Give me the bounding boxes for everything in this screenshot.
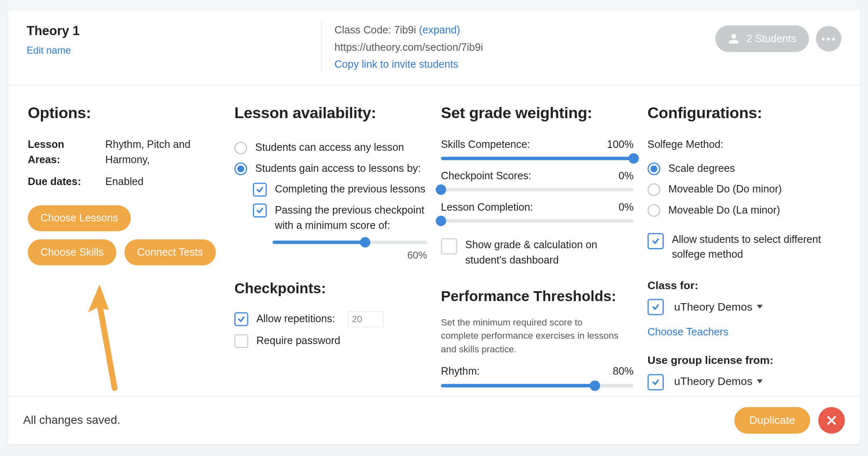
license-row: uTheory Demos — [648, 373, 840, 390]
condition-previous-checkpoint[interactable]: Passing the previous checkpoint with a m… — [253, 200, 427, 236]
option-buttons: Choose Lessons Choose Skills Connect Tes… — [28, 206, 220, 266]
availability-column: Lesson availability: Students can access… — [234, 102, 427, 390]
option-label: Due dates: — [28, 174, 97, 190]
annotation-arrow — [74, 281, 126, 391]
availability-gain-access-label: Students gain access to lessons by: — [255, 161, 421, 176]
checkbox-icon — [253, 204, 267, 218]
close-icon — [826, 415, 837, 426]
min-score-slider[interactable] — [272, 240, 427, 244]
allow-student-select[interactable]: Allow students to select different solfe… — [648, 229, 840, 265]
radio-icon — [648, 183, 661, 196]
expand-link[interactable]: (expand) — [419, 24, 460, 36]
weight-completion-slider[interactable] — [441, 219, 634, 223]
threshold-rhythm-slider[interactable] — [441, 384, 634, 387]
weight-value: 0% — [619, 200, 634, 215]
checkbox-icon[interactable] — [648, 299, 664, 315]
class-for-dropdown[interactable]: uTheory Demos — [674, 299, 763, 315]
class-for-value: uTheory Demos — [674, 299, 752, 315]
license-dropdown[interactable]: uTheory Demos — [674, 374, 763, 390]
choose-teachers-link[interactable]: Choose Teachers — [648, 325, 840, 340]
weight-checkpoint-slider[interactable] — [441, 188, 634, 192]
edit-name-link[interactable]: Edit name — [26, 44, 281, 58]
class-code-label: Class Code: — [334, 24, 391, 36]
radio-icon — [234, 142, 247, 154]
require-password[interactable]: Require password — [234, 330, 427, 351]
choose-skills-button[interactable]: Choose Skills — [28, 240, 116, 266]
solfege-option-label: Moveable Do (Do minor) — [668, 182, 782, 197]
save-status: All changes saved. — [23, 412, 120, 429]
option-value: Enabled — [105, 174, 143, 190]
class-info: Class Code: 7ib9i (expand) https://utheo… — [321, 22, 635, 74]
dot-icon — [827, 37, 830, 40]
radio-icon — [648, 204, 661, 217]
min-score-slider-block: 60% — [272, 240, 427, 263]
checkbox-icon[interactable] — [648, 374, 664, 390]
weight-skills: Skills Competence: 100% — [441, 137, 634, 160]
class-code: 7ib9i — [394, 24, 416, 36]
weight-value: 100% — [607, 137, 634, 152]
weight-checkpoint: Checkpoint Scores: 0% — [441, 169, 634, 192]
condition-previous-lessons-label: Completing the previous lessons — [275, 182, 425, 197]
close-button[interactable] — [818, 407, 845, 434]
allow-repetitions[interactable]: Allow repetitions: — [234, 308, 427, 330]
weighting-heading: Set grade weighting: — [441, 102, 634, 124]
license-label: Use group license from: — [648, 352, 840, 368]
weight-label: Lesson Completion: — [441, 200, 533, 215]
solfege-la-minor[interactable]: Moveable Do (La minor) — [648, 200, 840, 221]
caret-down-icon — [757, 305, 763, 309]
checkbox-icon — [234, 334, 248, 348]
class-for-row: uTheory Demos — [648, 298, 840, 315]
caret-down-icon — [757, 380, 763, 384]
availability-gain-access[interactable]: Students gain access to lessons by: — [234, 158, 427, 179]
connect-tests-button[interactable]: Connect Tests — [124, 240, 216, 266]
options-column: Options: Lesson Areas: Rhythm, Pitch and… — [28, 102, 220, 390]
options-heading: Options: — [28, 102, 220, 124]
threshold-rhythm: Rhythm: 80% — [441, 364, 634, 387]
configurations-heading: Configurations: — [648, 102, 840, 124]
thresholds-description: Set the minimum required score to comple… — [441, 316, 620, 356]
settings-card: Theory 1 Edit name Class Code: 7ib9i (ex… — [8, 10, 860, 444]
option-lesson-areas: Lesson Areas: Rhythm, Pitch and Harmony, — [28, 137, 220, 167]
checkpoints-heading: Checkpoints: — [234, 278, 427, 299]
choose-lessons-button[interactable]: Choose Lessons — [28, 206, 131, 232]
show-grade-label: Show grade & calculation on student's da… — [465, 238, 634, 268]
solfege-option-label: Scale degrees — [668, 161, 735, 176]
content-grid: Options: Lesson Areas: Rhythm, Pitch and… — [8, 86, 860, 396]
threshold-value: 80% — [613, 364, 634, 379]
license-value: uTheory Demos — [674, 374, 752, 390]
copy-link[interactable]: Copy link to invite students — [334, 56, 635, 74]
solfege-method-label: Solfege Method: — [648, 137, 840, 152]
checkbox-icon — [253, 183, 267, 197]
availability-any-lesson[interactable]: Students can access any lesson — [234, 137, 427, 158]
solfege-option-label: Moveable Do (La minor) — [668, 203, 780, 218]
repetitions-input[interactable] — [348, 311, 384, 327]
availability-heading: Lesson availability: — [234, 102, 427, 124]
condition-previous-lessons[interactable]: Completing the previous lessons — [253, 179, 427, 200]
thresholds-heading: Performance Thresholds: — [441, 285, 634, 306]
require-password-label: Require password — [256, 333, 340, 348]
overflow-menu[interactable] — [816, 26, 842, 52]
radio-icon — [234, 163, 247, 176]
radio-icon — [648, 163, 661, 176]
option-due-dates: Due dates: Enabled — [28, 174, 220, 190]
class-code-line: Class Code: 7ib9i (expand) — [334, 22, 635, 39]
duplicate-button[interactable]: Duplicate — [734, 407, 810, 434]
class-for-label: Class for: — [648, 278, 840, 294]
weight-completion: Lesson Completion: 0% — [441, 200, 634, 223]
weight-label: Skills Competence: — [441, 137, 530, 152]
configurations-column: Configurations: Solfege Method: Scale de… — [648, 102, 840, 390]
checkbox-icon — [648, 233, 664, 249]
solfege-scale-degrees[interactable]: Scale degrees — [648, 158, 840, 179]
solfege-do-minor[interactable]: Moveable Do (Do minor) — [648, 179, 840, 200]
min-score-value: 60% — [272, 249, 427, 263]
allow-repetitions-label: Allow repetitions: — [256, 311, 335, 326]
person-icon — [728, 33, 739, 45]
arrow-line-icon — [100, 304, 114, 388]
students-count: 2 Students — [746, 31, 796, 47]
show-grade[interactable]: Show grade & calculation on student's da… — [441, 235, 634, 271]
students-pill[interactable]: 2 Students — [715, 26, 809, 52]
option-label: Lesson Areas: — [28, 137, 97, 167]
availability-any-lesson-label: Students can access any lesson — [255, 140, 404, 155]
weight-skills-slider[interactable] — [441, 157, 634, 160]
dot-icon — [832, 37, 835, 40]
